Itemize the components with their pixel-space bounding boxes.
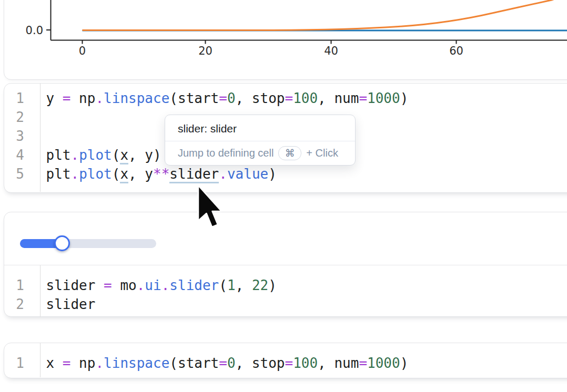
code-line[interactable]: 5plt.plot(x, y**slider.value) xyxy=(4,164,567,183)
line-number: 2 xyxy=(4,295,24,314)
code-token: linspace xyxy=(104,355,169,371)
code-token: = xyxy=(359,90,367,106)
code-token: = xyxy=(285,355,293,371)
code-token: ) xyxy=(400,90,409,106)
code-token: = xyxy=(219,355,227,371)
code-token: plt xyxy=(46,147,71,163)
series-orange-line xyxy=(83,0,561,30)
code-token: = xyxy=(359,355,367,371)
code-token: ** xyxy=(153,166,169,182)
y-tick-label: 0.0 xyxy=(26,24,43,36)
code-token: np xyxy=(70,90,95,106)
code-token: , xyxy=(236,277,252,293)
code-token: 1 xyxy=(227,277,236,293)
code-token: = xyxy=(104,277,112,293)
code-token: 1000 xyxy=(367,355,400,371)
slider-track[interactable] xyxy=(20,239,156,248)
matplotlib-chart: 0.00204060 xyxy=(4,0,567,80)
code-token: plot xyxy=(79,166,112,182)
line-number: 3 xyxy=(4,127,24,146)
code-line[interactable]: 1slider = mo.ui.slider(1, 22) xyxy=(4,276,567,295)
variable-tooltip: slider: slider Jump to defining cell ⌘ +… xyxy=(165,115,356,166)
code-token: 22 xyxy=(252,277,268,293)
code-content: y = np.linspace(start=0, stop=100, num=1… xyxy=(24,89,408,108)
code-token: 1000 xyxy=(367,90,400,106)
cross-cell-variable[interactable]: x xyxy=(120,166,128,183)
code-token: , num xyxy=(318,355,359,371)
line-number: 2 xyxy=(4,108,24,127)
tooltip-action-row: Jump to defining cell ⌘ + Click xyxy=(165,141,355,165)
code-token: x xyxy=(46,355,63,371)
code-token: y xyxy=(46,90,63,106)
code-token: . xyxy=(70,166,79,182)
code-token: 0 xyxy=(227,90,236,106)
x-tick-label: 0 xyxy=(79,45,86,57)
code-line[interactable]: 1x = np.linspace(start=0, stop=100, num=… xyxy=(4,354,567,373)
code-content xyxy=(24,108,46,127)
code-content: plt.plot(x, y) xyxy=(24,146,161,164)
line-number: 1 xyxy=(4,354,24,373)
code-token: 100 xyxy=(293,90,318,106)
code-token: ) xyxy=(268,277,277,293)
code-token: . xyxy=(161,277,170,293)
code-content: slider xyxy=(24,295,95,314)
tooltip-action-label: Jump to defining cell xyxy=(178,147,274,159)
code-token: , stop xyxy=(236,90,285,106)
line-number: 5 xyxy=(4,164,24,183)
x-tick-label: 20 xyxy=(198,45,212,57)
code-content xyxy=(24,127,46,146)
code-token: 100 xyxy=(293,355,318,371)
code-token: ) xyxy=(268,166,277,182)
cursor-pointer-icon xyxy=(197,184,225,232)
code-line[interactable]: 2slider xyxy=(4,295,567,314)
code-content: x = np.linspace(start=0, stop=100, num=1… xyxy=(24,354,408,373)
code-token: = xyxy=(63,90,71,106)
cross-cell-variable[interactable]: x xyxy=(120,147,128,164)
line-number: 4 xyxy=(4,146,24,164)
code-content: plt.plot(x, y**slider.value) xyxy=(24,164,277,183)
code-token: (start xyxy=(169,355,219,371)
code-token: ( xyxy=(219,277,227,293)
code-token: = xyxy=(285,90,293,106)
code-token: , y) xyxy=(128,147,161,163)
cell-x-code: 1x = np.linspace(start=0, stop=100, num=… xyxy=(4,343,567,378)
code-token: . xyxy=(95,355,104,371)
slider-output-area xyxy=(4,212,567,265)
code-token: mo xyxy=(112,277,137,293)
code-token: slider xyxy=(46,296,96,312)
code-token: . xyxy=(137,277,145,293)
x-tick-label: 60 xyxy=(449,45,463,57)
code-token: value xyxy=(227,166,268,182)
slider-widget[interactable] xyxy=(20,229,156,257)
code-token: , y xyxy=(128,166,153,182)
tooltip-action-suffix: + Click xyxy=(306,147,338,159)
code-token: ui xyxy=(145,277,161,293)
code-editor-x[interactable]: 1x = np.linspace(start=0, stop=100, num=… xyxy=(4,343,567,377)
code-editor-slider[interactable]: 1slider = mo.ui.slider(1, 22)2slider xyxy=(4,265,567,317)
code-token: = xyxy=(63,355,71,371)
code-token: . xyxy=(219,166,227,182)
x-tick-label: 40 xyxy=(324,45,338,57)
slider-thumb[interactable] xyxy=(54,235,70,251)
line-number: 1 xyxy=(4,276,24,295)
code-token: . xyxy=(70,147,79,163)
code-token: np xyxy=(70,355,95,371)
command-key-badge: ⌘ xyxy=(278,146,301,160)
code-token: plot xyxy=(79,147,112,163)
tooltip-title: slider: slider xyxy=(165,115,355,141)
code-token: . xyxy=(95,90,104,106)
code-token: slider xyxy=(46,277,104,293)
code-token: ( xyxy=(112,147,120,163)
code-token: 0 xyxy=(227,355,236,371)
code-token: ) xyxy=(400,355,409,371)
code-token: (start xyxy=(169,90,219,106)
code-line[interactable]: 1y = np.linspace(start=0, stop=100, num=… xyxy=(4,89,567,108)
code-token: ( xyxy=(112,166,120,182)
code-token: , stop xyxy=(236,355,285,371)
code-token: , num xyxy=(318,90,359,106)
code-token: = xyxy=(219,90,227,106)
cross-cell-variable[interactable]: slider xyxy=(169,166,219,183)
code-token: plt xyxy=(46,166,71,182)
code-token: linspace xyxy=(104,90,169,106)
cell-output-chart: 0.00204060 xyxy=(4,0,567,80)
